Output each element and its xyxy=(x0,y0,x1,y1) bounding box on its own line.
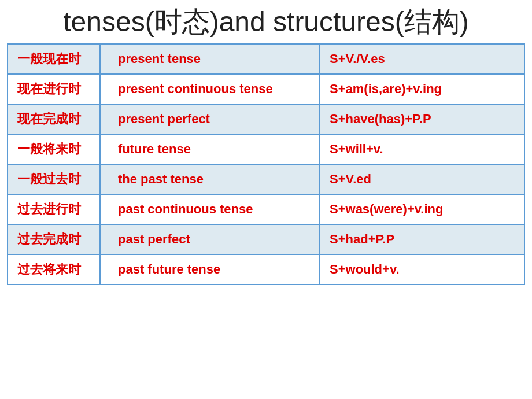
cell-chinese: 一般过去时 xyxy=(8,164,100,194)
cell-english: past perfect xyxy=(100,224,320,254)
cell-english: past continuous tense xyxy=(100,194,320,224)
cell-english: present perfect xyxy=(100,104,320,134)
cell-english: present continuous tense xyxy=(100,74,320,104)
cell-english: the past tense xyxy=(100,164,320,194)
page-title: tenses(时态)and structures(结构) xyxy=(0,0,532,38)
cell-structure: S+have(has)+P.P xyxy=(320,104,524,134)
cell-chinese: 一般将来时 xyxy=(8,134,100,164)
tense-table: 一般现在时present tenseS+V./V.es现在进行时present … xyxy=(7,43,525,285)
cell-structure: S+would+v. xyxy=(320,254,524,285)
table-row: 过去进行时past continuous tenseS+was(were)+v.… xyxy=(8,194,524,224)
cell-english: past future tense xyxy=(100,254,320,285)
cell-english: future tense xyxy=(100,134,320,164)
cell-chinese: 一般现在时 xyxy=(8,44,100,74)
table-row: 过去将来时past future tenseS+would+v. xyxy=(8,254,524,285)
cell-structure: S+had+P.P xyxy=(320,224,524,254)
tense-table-container: 一般现在时present tenseS+V./V.es现在进行时present … xyxy=(0,40,532,289)
cell-chinese: 现在完成时 xyxy=(8,104,100,134)
cell-chinese: 过去进行时 xyxy=(8,194,100,224)
cell-structure: S+V.ed xyxy=(320,164,524,194)
table-row: 现在进行时present continuous tenseS+am(is,are… xyxy=(8,74,524,104)
cell-structure: S+was(were)+v.ing xyxy=(320,194,524,224)
cell-chinese: 过去将来时 xyxy=(8,254,100,285)
table-row: 一般过去时the past tenseS+V.ed xyxy=(8,164,524,194)
table-row: 一般将来时future tenseS+will+v. xyxy=(8,134,524,164)
table-row: 过去完成时past perfectS+had+P.P xyxy=(8,224,524,254)
table-row: 现在完成时present perfectS+have(has)+P.P xyxy=(8,104,524,134)
cell-structure: S+am(is,are)+v.ing xyxy=(320,74,524,104)
cell-structure: S+V./V.es xyxy=(320,44,524,74)
table-row: 一般现在时present tenseS+V./V.es xyxy=(8,44,524,74)
cell-chinese: 现在进行时 xyxy=(8,74,100,104)
cell-chinese: 过去完成时 xyxy=(8,224,100,254)
cell-english: present tense xyxy=(100,44,320,74)
cell-structure: S+will+v. xyxy=(320,134,524,164)
